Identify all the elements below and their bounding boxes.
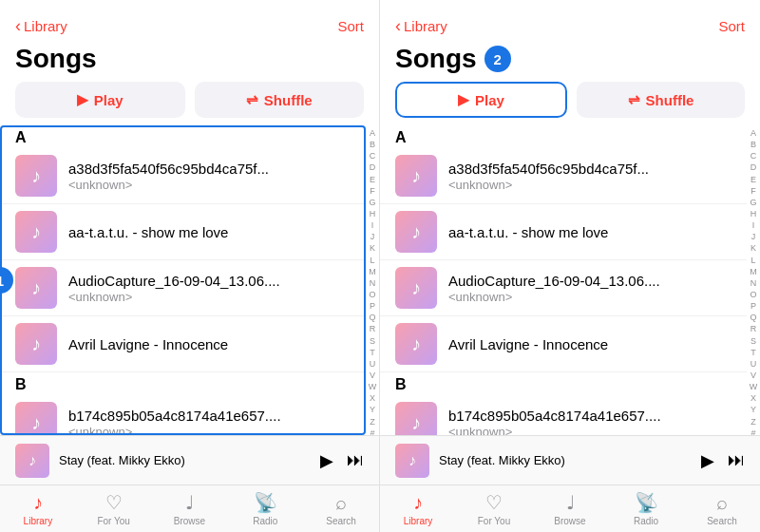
- list-item[interactable]: ♪aa-t.a.t.u. - show me love: [380, 204, 747, 260]
- section-header-B: B: [0, 372, 366, 395]
- alpha-P[interactable]: P: [370, 300, 375, 312]
- alpha-O[interactable]: O: [369, 289, 375, 300]
- alpha-B[interactable]: B: [750, 139, 756, 150]
- alpha-I[interactable]: I: [371, 219, 374, 231]
- alpha-R[interactable]: R: [370, 323, 376, 334]
- now-playing-bar[interactable]: ♪ Stay (feat. Mikky Ekko) ▶ ⏭: [0, 435, 379, 484]
- sort-button[interactable]: Sort: [337, 18, 364, 34]
- action-row: ▶Play⇌Shuffle: [380, 82, 760, 125]
- alpha-E[interactable]: E: [370, 174, 375, 185]
- alpha-Z[interactable]: Z: [370, 416, 375, 428]
- alpha-V[interactable]: V: [750, 370, 756, 381]
- alpha-Q[interactable]: Q: [369, 312, 375, 323]
- alpha-G[interactable]: G: [369, 197, 375, 208]
- alpha-R[interactable]: R: [750, 323, 757, 334]
- tab-for-you[interactable]: ♡ For You: [456, 491, 532, 526]
- tab-browse[interactable]: ♩ Browse: [152, 491, 228, 526]
- list-item[interactable]: ♪Avril Lavigne - Innocence: [0, 316, 366, 372]
- alpha-I[interactable]: I: [752, 219, 755, 231]
- list-item[interactable]: ♪a38d3f5fa540f56c95bd4ca75f...<unknown>: [380, 148, 747, 204]
- song-title: Avril Lavigne - Innocence: [68, 336, 351, 352]
- alpha-index[interactable]: ABCDEFGHIJKLMNOPQRSTUVWXYZ#: [366, 125, 379, 435]
- radio-tab-label: Radio: [253, 516, 277, 526]
- play-button[interactable]: ▶Play: [395, 82, 567, 118]
- alpha-U[interactable]: U: [370, 358, 376, 370]
- alpha-L[interactable]: L: [370, 255, 374, 266]
- alpha-A[interactable]: A: [370, 127, 375, 139]
- list-item[interactable]: ♪aa-t.a.t.u. - show me love: [0, 204, 366, 260]
- alpha-D[interactable]: D: [750, 162, 757, 173]
- tab-search[interactable]: ⌕ Search: [303, 492, 379, 526]
- alpha-Y[interactable]: Y: [370, 404, 375, 415]
- list-item[interactable]: ♪b174c895b05a4c8174a41e657....<unknown>: [0, 395, 366, 435]
- alpha-N[interactable]: N: [370, 277, 376, 289]
- tab-for-you[interactable]: ♡ For You: [76, 491, 152, 526]
- tab-radio[interactable]: 📡 Radio: [608, 491, 684, 526]
- alpha-L[interactable]: L: [750, 255, 755, 266]
- now-playing-title: Stay (feat. Mikky Ekko): [59, 453, 311, 467]
- play-pause-button[interactable]: ▶: [320, 450, 333, 471]
- alpha-W[interactable]: W: [369, 381, 377, 392]
- alpha-P[interactable]: P: [750, 300, 756, 312]
- shuffle-button[interactable]: ⇌Shuffle: [195, 82, 365, 118]
- alpha-U[interactable]: U: [750, 358, 757, 370]
- music-note-icon: ♪: [31, 333, 41, 355]
- alpha-X[interactable]: X: [370, 392, 375, 404]
- alpha-#[interactable]: #: [750, 428, 755, 435]
- alpha-N[interactable]: N: [750, 277, 757, 289]
- playback-controls: ▶ ⏭: [320, 450, 364, 471]
- list-item[interactable]: ♪Avril Lavigne - Innocence: [380, 316, 747, 372]
- tab-library[interactable]: ♪ Library: [380, 492, 456, 526]
- alpha-A[interactable]: A: [750, 127, 756, 139]
- alpha-O[interactable]: O: [750, 289, 756, 300]
- sort-button[interactable]: Sort: [718, 18, 745, 34]
- back-button[interactable]: ‹Library: [395, 17, 447, 34]
- alpha-V[interactable]: V: [370, 370, 375, 381]
- alpha-H[interactable]: H: [750, 208, 757, 219]
- alpha-J[interactable]: J: [370, 231, 375, 242]
- alpha-B[interactable]: B: [370, 139, 375, 150]
- alpha-Y[interactable]: Y: [750, 404, 756, 415]
- alpha-M[interactable]: M: [369, 266, 376, 277]
- now-playing-bar[interactable]: ♪ Stay (feat. Mikky Ekko) ▶ ⏭: [380, 435, 760, 484]
- alpha-W[interactable]: W: [750, 381, 758, 392]
- alpha-#[interactable]: #: [370, 428, 374, 435]
- alpha-Q[interactable]: Q: [750, 312, 756, 323]
- shuffle-label: Shuffle: [264, 92, 313, 108]
- tab-search[interactable]: ⌕ Search: [684, 492, 760, 526]
- alpha-M[interactable]: M: [750, 266, 757, 277]
- alpha-F[interactable]: F: [750, 185, 756, 197]
- fast-forward-button[interactable]: ⏭: [728, 450, 745, 470]
- alpha-index[interactable]: ABCDEFGHIJKLMNOPQRSTUVWXYZ#: [747, 125, 760, 435]
- list-item[interactable]: ♪AudioCapture_16-09-04_13.06....<unknown…: [0, 260, 366, 316]
- alpha-T[interactable]: T: [750, 347, 756, 358]
- alpha-J[interactable]: J: [751, 231, 756, 242]
- back-button[interactable]: ‹Library: [15, 17, 67, 34]
- alpha-Z[interactable]: Z: [750, 416, 756, 428]
- tab-radio[interactable]: 📡 Radio: [227, 491, 303, 526]
- play-button[interactable]: ▶Play: [15, 82, 185, 118]
- for-you-tab-icon: ♡: [485, 491, 503, 514]
- list-item[interactable]: ♪AudioCapture_16-09-04_13.06....<unknown…: [380, 260, 747, 316]
- alpha-S[interactable]: S: [750, 335, 756, 347]
- alpha-S[interactable]: S: [370, 335, 375, 347]
- tab-browse[interactable]: ♩ Browse: [532, 491, 608, 526]
- now-playing-thumbnail: ♪: [15, 444, 49, 478]
- fast-forward-button[interactable]: ⏭: [347, 450, 364, 470]
- alpha-X[interactable]: X: [750, 392, 756, 404]
- alpha-K[interactable]: K: [370, 242, 375, 254]
- alpha-T[interactable]: T: [370, 347, 375, 358]
- alpha-K[interactable]: K: [750, 242, 756, 254]
- shuffle-button[interactable]: ⇌Shuffle: [577, 82, 745, 118]
- alpha-H[interactable]: H: [370, 208, 376, 219]
- play-pause-button[interactable]: ▶: [701, 450, 714, 471]
- alpha-D[interactable]: D: [370, 162, 376, 173]
- alpha-E[interactable]: E: [750, 174, 756, 185]
- tab-library[interactable]: ♪ Library: [0, 492, 76, 526]
- alpha-G[interactable]: G: [750, 197, 756, 208]
- alpha-C[interactable]: C: [370, 150, 376, 162]
- alpha-F[interactable]: F: [370, 185, 375, 197]
- list-item[interactable]: ♪b174c895b05a4c8174a41e657....<unknown>: [380, 395, 747, 435]
- list-item[interactable]: ♪a38d3f5fa540f56c95bd4ca75f...<unknown>: [0, 148, 366, 204]
- alpha-C[interactable]: C: [750, 150, 757, 162]
